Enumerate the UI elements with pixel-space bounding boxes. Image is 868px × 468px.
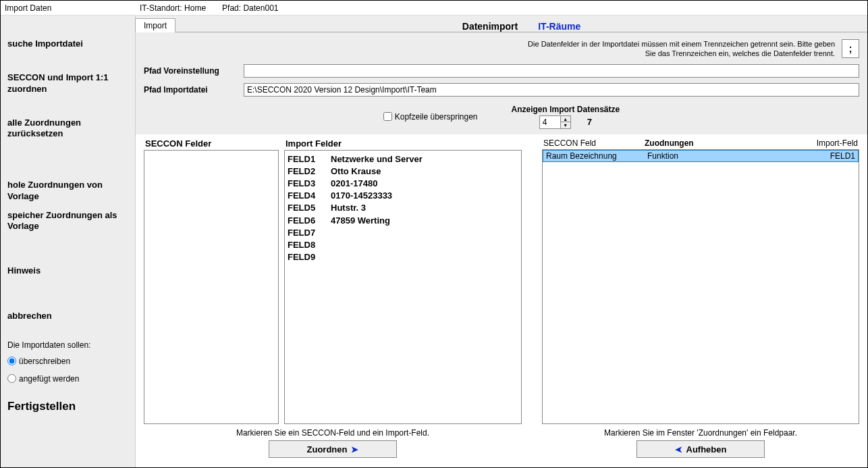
spinner-down-icon[interactable]: ▼ — [561, 122, 570, 128]
radio-overwrite-row[interactable]: überschreiben — [7, 357, 130, 366]
sidebar-item-hinweis[interactable]: Hinweis — [7, 264, 130, 278]
lists-area: SECCON Felder Import Felder FELD1Netzwer… — [136, 134, 867, 467]
breadcrumb-datenimport: Datenimport — [462, 21, 518, 32]
arrow-left-icon: ➤ — [675, 444, 682, 454]
import-field-value: Hutstr. 3 — [331, 202, 366, 214]
import-field-id: FELD9 — [288, 251, 325, 263]
mapping-header-seccon: SECCON Feld — [543, 138, 645, 148]
breadcrumb-it-raeume[interactable]: IT-Räume — [538, 21, 580, 32]
standort-value: Home — [184, 3, 206, 13]
arrow-right-icon: ➤ — [351, 444, 358, 454]
delimiter-input[interactable]: ; — [842, 39, 859, 58]
sidebar-item-speicher-zuordnungen[interactable]: speicher Zuordnungen als Vorlage — [7, 209, 130, 234]
titlebar: Import Daten IT-Standort: Home Pfad: Dat… — [1, 1, 867, 16]
window-title: Import Daten — [5, 3, 140, 13]
tabstrip: Import Datenimport IT-Räume — [136, 16, 867, 32]
import-field-id: FELD4 — [288, 190, 325, 202]
spinner-up-icon[interactable]: ▲ — [561, 116, 570, 122]
import-field-row[interactable]: FELD2Otto Krause — [288, 165, 518, 178]
mapping-import: FELD1 — [781, 151, 855, 161]
import-field-id: FELD5 — [288, 202, 325, 214]
mapping-list[interactable]: Raum BezeichnungFunktionFELD1 — [542, 149, 859, 424]
breadcrumb: Datenimport IT-Räume — [175, 21, 867, 32]
sidebar: suche Importdatei SECCON und Import 1:1 … — [1, 16, 136, 467]
hint-right: Markieren Sie im Fenster 'Zuordnungen' e… — [542, 424, 859, 440]
standort-label: IT-Standort: — [140, 3, 182, 13]
import-field-id: FELD2 — [288, 165, 325, 178]
path-import-input[interactable] — [244, 83, 859, 97]
tab-import[interactable]: Import — [135, 18, 175, 32]
import-field-value: 0170-14523333 — [331, 190, 392, 202]
aufheben-button[interactable]: ➤ Aufheben — [636, 440, 765, 458]
sidebar-item-hole-zuordnungen[interactable]: hole Zuordnungen von Vorlage — [7, 178, 130, 203]
import-field-id: FELD6 — [288, 215, 325, 227]
seccon-fields-title: SECCON Felder — [144, 138, 279, 149]
sidebar-item-seccon-import-zuordnen[interactable]: SECCON und Import 1:1 zuordnen — [7, 71, 130, 96]
import-fields-list[interactable]: FELD1Netzwerke und ServerFELD2Otto Kraus… — [284, 150, 522, 424]
app-window: Import Daten IT-Standort: Home Pfad: Dat… — [0, 0, 868, 468]
records-current-input[interactable] — [540, 116, 560, 128]
mapping-seccon: Raum Bezeichnung — [546, 151, 647, 161]
zuordnen-button[interactable]: Zuordnen ➤ — [269, 440, 397, 458]
records-spinner[interactable]: ▲ ▼ — [539, 115, 571, 129]
pfad-value: Daten001 — [243, 3, 278, 13]
radio-overwrite[interactable] — [7, 357, 16, 365]
import-field-value: Netzwerke und Server — [331, 153, 423, 165]
path-preset-label: Pfad Voreinstellung — [144, 66, 238, 76]
import-field-id: FELD8 — [288, 239, 325, 251]
skip-header-label[interactable]: Kopfzeile überspringen — [395, 112, 478, 122]
sidebar-item-alle-zuordnungen-zuruecksetzen[interactable]: alle Zuordnungen zurücksetzen — [7, 116, 130, 141]
pfad-label: Pfad: — [222, 3, 241, 13]
import-field-value: 0201-17480 — [331, 178, 377, 190]
import-field-row[interactable]: FELD30201-17480 — [288, 178, 518, 190]
skip-header-row[interactable]: Kopfzeile überspringen — [383, 112, 478, 122]
import-field-row[interactable]: FELD7 — [288, 227, 518, 239]
import-field-value: 47859 Werting — [331, 215, 390, 227]
radio-append-label[interactable]: angefügt werden — [19, 374, 79, 384]
import-field-row[interactable]: FELD40170-14523333 — [288, 190, 518, 202]
zuordnen-label: Zuordnen — [307, 444, 348, 454]
import-field-id: FELD7 — [288, 227, 325, 239]
import-field-value: Otto Krause — [331, 165, 381, 178]
sidebar-item-fertigstellen[interactable]: Fertigstellen — [7, 400, 130, 413]
mapping-row[interactable]: Raum BezeichnungFunktionFELD1 — [543, 150, 859, 162]
radio-append-row[interactable]: angefügt werden — [7, 374, 130, 384]
standort-block: IT-Standort: Home — [140, 3, 206, 13]
main-area: Import Datenimport IT-Räume Die Datenfel… — [136, 16, 867, 467]
radio-overwrite-label[interactable]: überschreiben — [19, 357, 70, 366]
sidebar-item-suche-importdatei[interactable]: suche Importdatei — [7, 37, 130, 51]
sidebar-item-abbrechen[interactable]: abbrechen — [7, 309, 130, 323]
import-fields-title: Import Felder — [284, 138, 522, 149]
import-field-row[interactable]: FELD5Hutstr. 3 — [288, 202, 518, 214]
aufheben-label: Aufheben — [686, 444, 727, 454]
mapping-header: SECCON Feld Zuodnungen Import-Feld — [542, 138, 859, 149]
delimiter-hint: Die Datenfelder in der Importdatei müsse… — [518, 39, 835, 59]
import-field-id: FELD3 — [288, 178, 325, 190]
import-field-row[interactable]: FELD8 — [288, 239, 518, 251]
path-import-label: Pfad Importdatei — [144, 85, 238, 95]
import-field-row[interactable]: FELD9 — [288, 251, 518, 263]
pfad-block: Pfad: Daten001 — [222, 3, 278, 13]
hint-left: Markieren Sie ein SECCON-Feld und ein Im… — [144, 424, 522, 440]
skip-header-checkbox[interactable] — [383, 112, 392, 121]
import-mode-label: Die Importdaten sollen: — [7, 340, 130, 350]
import-field-id: FELD1 — [288, 153, 325, 165]
records-total: 7 — [587, 117, 592, 127]
config-area: Die Datenfelder in der Importdatei müsse… — [136, 32, 867, 134]
records-label: Anzeigen Import Datensätze — [512, 105, 620, 114]
import-field-row[interactable]: FELD647859 Werting — [288, 215, 518, 227]
radio-append[interactable] — [7, 374, 16, 383]
mapping-header-import: Import-Feld — [784, 138, 858, 148]
mapping-funktion: Funktion — [647, 151, 781, 161]
seccon-fields-list[interactable] — [144, 150, 279, 424]
import-field-row[interactable]: FELD1Netzwerke und Server — [288, 153, 518, 165]
mapping-header-title: Zuodnungen — [645, 138, 784, 148]
panel: Die Datenfelder in der Importdatei müsse… — [136, 32, 867, 467]
path-preset-input[interactable] — [244, 64, 859, 78]
